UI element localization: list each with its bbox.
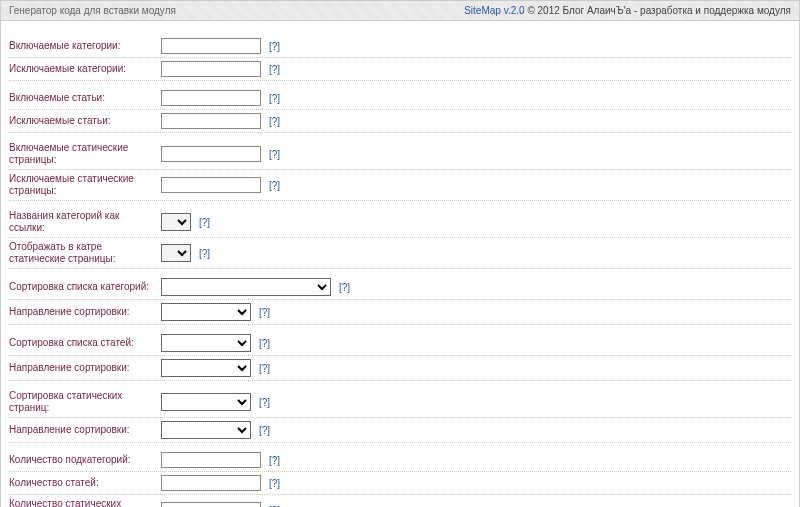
row-inc-articles: Включаемые статьи: [?]	[9, 87, 791, 110]
row-exc-static: Исключаемые статические страницы: [?]	[9, 170, 791, 201]
label-sort-art-dir: Направление сортировки:	[9, 362, 161, 374]
label-sort-static: Сортировка статических страниц:	[9, 390, 161, 414]
group-static: Включаемые статические страницы: [?] Иск…	[9, 139, 791, 201]
help-icon[interactable]: [?]	[269, 64, 280, 75]
label-count-static: Количество статических страниц:	[9, 498, 161, 507]
row-sort-cat-dir: Направление сортировки: [?]	[9, 300, 791, 325]
label-cat-links: Названия категорий как ссылки:	[9, 210, 161, 234]
group-articles: Включаемые статьи: [?] Исключаемые стать…	[9, 87, 791, 133]
select-cat-links[interactable]	[161, 213, 191, 231]
label-sort-cat: Сортировка списка категорий:	[9, 281, 161, 293]
input-count-art[interactable]	[161, 475, 261, 491]
row-count-art: Количество статей: [?]	[9, 472, 791, 495]
help-icon[interactable]: [?]	[259, 363, 270, 374]
group-sort-cat: Сортировка списка категорий: [?] Направл…	[9, 275, 791, 325]
row-cat-links: Названия категорий как ссылки: [?]	[9, 207, 791, 238]
input-exc-categories[interactable]	[161, 61, 261, 77]
header-title: Генератор кода для вставки модуля	[9, 5, 176, 16]
select-show-static[interactable]	[161, 244, 191, 262]
select-sort-art[interactable]	[161, 334, 251, 352]
help-icon[interactable]: [?]	[259, 397, 270, 408]
group-counts: Количество подкатегорий: [?] Количество …	[9, 449, 791, 507]
row-count-subcat: Количество подкатегорий: [?]	[9, 449, 791, 472]
help-icon[interactable]: [?]	[199, 217, 210, 228]
app-window: Генератор кода для вставки модуля SiteMa…	[0, 0, 800, 507]
content-area: Включаемые категории: [?] Исключаемые ка…	[1, 21, 799, 507]
row-sort-art: Сортировка списка статей: [?]	[9, 331, 791, 356]
label-count-subcat: Количество подкатегорий:	[9, 454, 161, 466]
label-count-art: Количество статей:	[9, 477, 161, 489]
row-inc-categories: Включаемые категории: [?]	[9, 35, 791, 58]
input-count-subcat[interactable]	[161, 452, 261, 468]
select-sort-art-dir[interactable]	[161, 359, 251, 377]
row-count-static: Количество статических страниц: [?]	[9, 495, 791, 507]
label-inc-articles: Включаемые статьи:	[9, 92, 161, 104]
sitemap-link[interactable]: SiteMap v.2.0	[464, 5, 524, 16]
help-icon[interactable]: [?]	[269, 478, 280, 489]
header-right: SiteMap v.2.0 © 2012 Блог АлаичЪ'а - раз…	[464, 5, 791, 16]
input-exc-articles[interactable]	[161, 113, 261, 129]
select-sort-cat-dir[interactable]	[161, 303, 251, 321]
label-sort-cat-dir: Направление сортировки:	[9, 306, 161, 318]
help-icon[interactable]: [?]	[259, 338, 270, 349]
group-display: Названия категорий как ссылки: [?] Отобр…	[9, 207, 791, 269]
help-icon[interactable]: [?]	[269, 116, 280, 127]
input-inc-articles[interactable]	[161, 90, 261, 106]
help-icon[interactable]: [?]	[339, 282, 350, 293]
group-sort-static: Сортировка статических страниц: [?] Напр…	[9, 387, 791, 443]
label-exc-articles: Исключаемые статьи:	[9, 115, 161, 127]
input-count-static[interactable]	[161, 502, 261, 507]
help-icon[interactable]: [?]	[259, 425, 270, 436]
select-sort-static[interactable]	[161, 393, 251, 411]
help-icon[interactable]: [?]	[269, 41, 280, 52]
help-icon[interactable]: [?]	[199, 248, 210, 259]
row-sort-static-dir: Направление сортировки: [?]	[9, 418, 791, 443]
input-inc-categories[interactable]	[161, 38, 261, 54]
label-inc-categories: Включаемые категории:	[9, 40, 161, 52]
select-sort-cat[interactable]	[161, 278, 331, 296]
label-inc-static: Включаемые статические страницы:	[9, 142, 161, 166]
row-sort-cat: Сортировка списка категорий: [?]	[9, 275, 791, 300]
row-sort-static: Сортировка статических страниц: [?]	[9, 387, 791, 418]
header-bar: Генератор кода для вставки модуля SiteMa…	[1, 1, 799, 21]
help-icon[interactable]: [?]	[259, 307, 270, 318]
label-exc-categories: Исключаемые категории:	[9, 63, 161, 75]
label-sort-art: Сортировка списка статей:	[9, 337, 161, 349]
help-icon[interactable]: [?]	[269, 455, 280, 466]
row-exc-articles: Исключаемые статьи: [?]	[9, 110, 791, 133]
label-sort-static-dir: Направление сортировки:	[9, 424, 161, 436]
help-icon[interactable]: [?]	[269, 149, 280, 160]
select-sort-static-dir[interactable]	[161, 421, 251, 439]
row-show-static: Отображать в катре статические страницы:…	[9, 238, 791, 269]
row-exc-categories: Исключаемые категории: [?]	[9, 58, 791, 81]
row-inc-static: Включаемые статические страницы: [?]	[9, 139, 791, 170]
input-exc-static[interactable]	[161, 177, 261, 193]
label-show-static: Отображать в катре статические страницы:	[9, 241, 161, 265]
row-sort-art-dir: Направление сортировки: [?]	[9, 356, 791, 381]
help-icon[interactable]: [?]	[269, 93, 280, 104]
input-inc-static[interactable]	[161, 146, 261, 162]
group-categories: Включаемые категории: [?] Исключаемые ка…	[9, 35, 791, 81]
header-copyright: © 2012 Блог АлаичЪ'а - разработка и подд…	[527, 5, 791, 16]
help-icon[interactable]: [?]	[269, 180, 280, 191]
label-exc-static: Исключаемые статические страницы:	[9, 173, 161, 197]
group-sort-art: Сортировка списка статей: [?] Направлени…	[9, 331, 791, 381]
